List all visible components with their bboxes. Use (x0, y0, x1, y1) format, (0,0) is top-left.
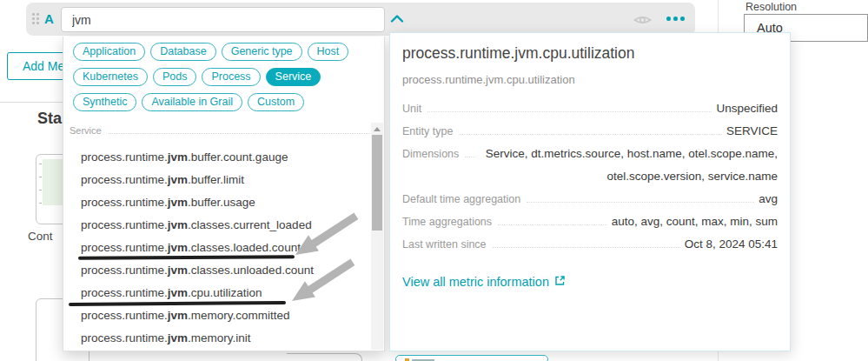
external-link-icon (554, 275, 566, 289)
drag-handle-icon[interactable] (32, 13, 39, 24)
metric-title: process.runtime.jvm.cpu.utilization (402, 44, 778, 63)
chip-pods[interactable]: Pods (153, 68, 197, 86)
view-all-metric-info-link[interactable]: View all metric information (402, 275, 566, 289)
chip-host[interactable]: Host (308, 43, 349, 61)
chip-service[interactable]: Service (266, 68, 321, 86)
list-item[interactable]: process.runtime.jvm.buffer.limit (63, 169, 369, 191)
detail-row-entity-type: Entity type SERVICE (402, 120, 778, 143)
detail-row-dimensions: Dimensions Service, dt.metrics.source, h… (402, 143, 778, 188)
detail-row-unit: Unit Unspecified (402, 97, 778, 120)
chip-generic-type[interactable]: Generic type (222, 43, 302, 61)
list-item[interactable]: process.runtime.jvm.memory.committed (63, 304, 369, 327)
background-card-corner (287, 353, 362, 361)
list-item[interactable]: process.runtime.jvm.buffer.count.gauge (63, 146, 369, 169)
metric-subtitle: process.runtime.jvm.cpu.utilization (402, 73, 778, 86)
chip-available-in-grail[interactable]: Available in Grail (142, 93, 242, 111)
chip-synthetic[interactable]: Synthetic (73, 93, 136, 111)
detail-row-time-aggregations: Time aggregations auto, avg, count, max,… (402, 211, 778, 233)
background-caption: Cont (28, 230, 53, 243)
partial-metric-chip (395, 355, 548, 361)
scrollbar-up-icon[interactable] (374, 127, 381, 131)
chip-kubernetes[interactable]: Kubernetes (73, 68, 148, 86)
metric-details-panel: process.runtime.jvm.cpu.utilization proc… (389, 32, 791, 351)
filter-chip-group: Application Database Generic type Host K… (73, 43, 375, 111)
list-item[interactable]: process.runtime.jvm.buffer.usage (63, 191, 369, 214)
detail-row-default-aggregation: Default time aggregation avg (402, 188, 778, 211)
metric-query-bar: A (26, 3, 695, 36)
chip-application[interactable]: Application (73, 43, 145, 61)
scrollbar[interactable] (371, 123, 383, 350)
metric-letter-badge: A (44, 11, 54, 26)
metric-search-input[interactable] (61, 7, 385, 32)
background-divider (0, 102, 63, 103)
detail-row-last-written: Last written since Oct 8, 2024 05:41 (402, 233, 778, 256)
scrollbar-thumb[interactable] (372, 135, 382, 231)
chevron-up-icon[interactable] (390, 11, 406, 27)
background-heading: Sta (37, 110, 62, 128)
ellipsis-icon[interactable] (666, 17, 685, 21)
chip-process[interactable]: Process (202, 68, 260, 86)
eye-icon[interactable] (633, 14, 652, 30)
list-item[interactable]: process.runtime.jvm.memory.init (63, 327, 369, 350)
chip-database[interactable]: Database (150, 43, 216, 61)
chip-custom[interactable]: Custom (248, 93, 304, 111)
resolution-label: Resolution (745, 1, 797, 13)
section-header-service: Service (70, 125, 375, 137)
